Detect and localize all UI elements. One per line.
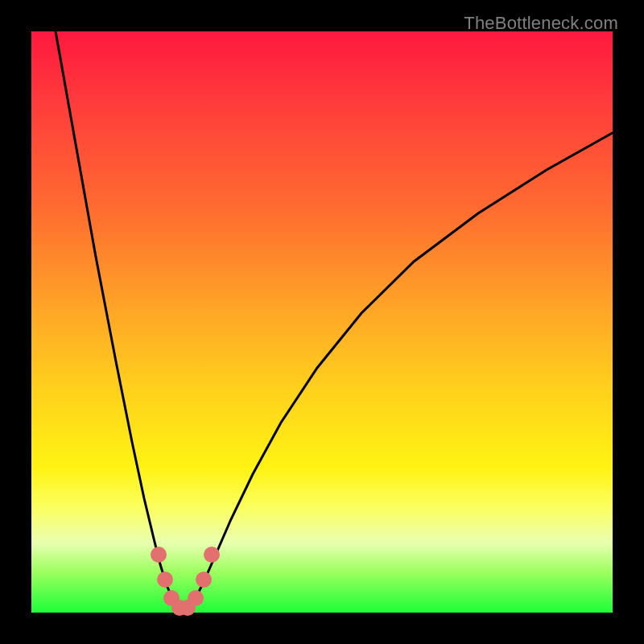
- curve-marker: [157, 572, 173, 588]
- chart-svg: [31, 31, 613, 613]
- curve-left-branch: [56, 31, 184, 612]
- curve-right-branch: [184, 133, 613, 612]
- curve-marker: [204, 547, 220, 563]
- chart-plot-area: [31, 31, 613, 613]
- chart-frame: TheBottleneck.com: [0, 0, 644, 644]
- curve-marker: [188, 590, 204, 606]
- curve-marker-group: [151, 547, 220, 616]
- curve-marker: [196, 572, 212, 588]
- curve-marker: [151, 547, 167, 563]
- watermark-text: TheBottleneck.com: [464, 13, 618, 34]
